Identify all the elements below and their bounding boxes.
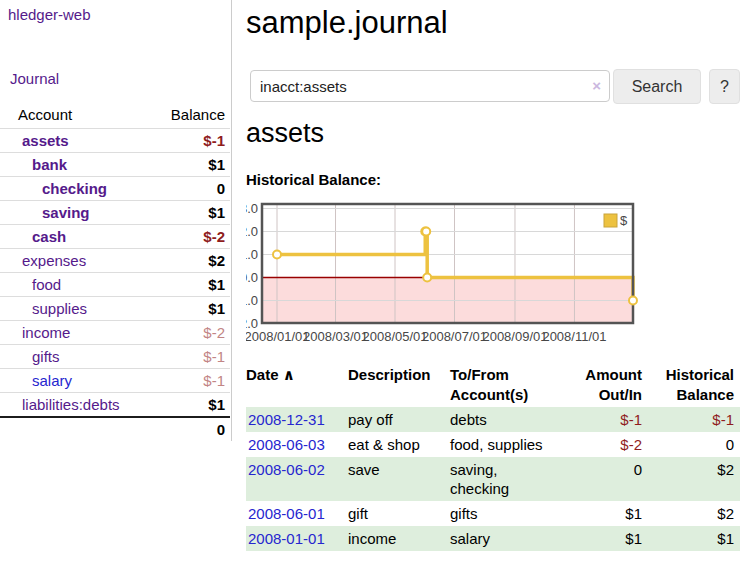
- help-button[interactable]: ?: [709, 69, 740, 104]
- transaction-date-cell: 2008-06-01: [246, 501, 346, 526]
- svg-text:2.0: 2.0: [246, 224, 258, 239]
- account-balance: $2: [208, 249, 230, 272]
- account-row: bank $1: [0, 152, 230, 176]
- app-brand-link[interactable]: hledger-web: [8, 6, 91, 23]
- transaction-amount-cell: $1: [560, 526, 642, 551]
- transaction-description-cell: pay off: [346, 407, 448, 432]
- account-row: cash $-2: [0, 224, 230, 248]
- account-link[interactable]: expenses: [0, 249, 86, 272]
- historical-balance-chart: $3.02.01.00.0-1.0-2.02008/01/012008/03/0…: [246, 200, 742, 350]
- register-header-row: Date ∧ Description To/From Account(s) Am…: [246, 362, 740, 407]
- transaction-date-link[interactable]: 2008-06-02: [248, 461, 325, 478]
- transaction-balance-cell: $2: [642, 457, 740, 501]
- svg-text:2008/05/01: 2008/05/01: [362, 329, 427, 344]
- account-heading: assets: [246, 118, 324, 149]
- svg-text:2008/09/01: 2008/09/01: [482, 329, 547, 344]
- balance-column-header-register: Historical Balance: [642, 362, 740, 407]
- date-header-label: Date: [246, 366, 279, 383]
- account-balance: $1: [208, 153, 230, 176]
- accounts-table: Account Balance assets $-1 bank $1 check…: [0, 100, 230, 440]
- account-row: income $-2: [0, 320, 230, 344]
- account-link[interactable]: income: [0, 321, 70, 344]
- register-body: 2008-12-31 pay off debts $-1 $-1 2008-06…: [246, 407, 740, 551]
- svg-text:3.0: 3.0: [246, 201, 258, 216]
- register-row: 2008-12-31 pay off debts $-1 $-1: [246, 407, 740, 432]
- sidebar-divider: [231, 0, 232, 441]
- account-balance: $-2: [203, 321, 230, 344]
- transaction-description-cell: eat & shop: [346, 432, 448, 457]
- register-row: 2008-06-01 gift gifts $1 $2: [246, 501, 740, 526]
- transaction-balance-cell: $-1: [642, 407, 740, 432]
- transaction-date-link[interactable]: 2008-01-01: [248, 530, 325, 547]
- account-link[interactable]: salary: [0, 369, 72, 392]
- register-row: 2008-06-02 save saving, checking 0 $2: [246, 457, 740, 501]
- transaction-date-cell: 2008-06-02: [246, 457, 346, 501]
- accounts-column-header: To/From Account(s): [448, 362, 560, 407]
- account-row: salary $-1: [0, 368, 230, 392]
- transaction-accounts-cell: saving, checking: [448, 457, 560, 501]
- transaction-accounts-cell: debts: [448, 407, 560, 432]
- account-row: checking 0: [0, 176, 230, 200]
- account-link[interactable]: checking: [0, 177, 107, 200]
- transaction-accounts-cell: gifts: [448, 501, 560, 526]
- transaction-balance-cell: 0: [642, 432, 740, 457]
- svg-text:-1.0: -1.0: [246, 293, 258, 308]
- svg-text:2008/03/01: 2008/03/01: [303, 329, 368, 344]
- account-row: expenses $2: [0, 248, 230, 272]
- account-link[interactable]: bank: [0, 153, 67, 176]
- transaction-accounts-cell: salary: [448, 526, 560, 551]
- search-form: ×: [250, 70, 610, 102]
- svg-text:2008/07/01: 2008/07/01: [422, 329, 487, 344]
- account-row: assets $-1: [0, 128, 230, 152]
- description-column-header: Description: [346, 362, 448, 407]
- account-link[interactable]: assets: [0, 129, 69, 152]
- transaction-date-link[interactable]: 2008-06-01: [248, 505, 325, 522]
- sort-ascending-icon: ∧: [283, 366, 295, 383]
- svg-text:2008/01/01: 2008/01/01: [246, 329, 310, 344]
- account-link[interactable]: food: [0, 273, 61, 296]
- account-row: food $1: [0, 272, 230, 296]
- svg-text:2008/11/01: 2008/11/01: [542, 329, 606, 344]
- transaction-date-link[interactable]: 2008-12-31: [248, 411, 325, 428]
- chart-heading: Historical Balance:: [246, 171, 381, 188]
- transaction-balance-cell: $1: [642, 526, 740, 551]
- sidebar-item-journal[interactable]: Journal: [10, 70, 59, 87]
- register-table: Date ∧ Description To/From Account(s) Am…: [246, 362, 740, 551]
- page-title: sample.journal: [246, 4, 448, 42]
- transaction-date-link[interactable]: 2008-06-03: [248, 436, 325, 453]
- account-column-header: Account: [0, 100, 72, 128]
- account-row: supplies $1: [0, 296, 230, 320]
- sidebar: hledger-web Journal Account Balance asse…: [0, 0, 232, 582]
- accounts-rows: assets $-1 bank $1 checking 0 saving $1 …: [0, 128, 230, 416]
- account-link[interactable]: saving: [0, 201, 90, 224]
- svg-text:1.0: 1.0: [246, 247, 258, 262]
- search-input[interactable]: [250, 70, 610, 102]
- account-balance: $-2: [203, 225, 230, 248]
- accounts-total-value: 0: [217, 418, 230, 440]
- account-balance: $1: [208, 201, 230, 224]
- account-link[interactable]: gifts: [0, 345, 60, 368]
- transaction-amount-cell: 0: [560, 457, 642, 501]
- account-balance: $1: [208, 273, 230, 296]
- clear-search-icon[interactable]: ×: [592, 77, 601, 95]
- transaction-amount-cell: $1: [560, 501, 642, 526]
- register-row: 2008-01-01 income salary $1 $1: [246, 526, 740, 551]
- search-button[interactable]: Search: [613, 69, 701, 104]
- account-link[interactable]: cash: [0, 225, 66, 248]
- account-link[interactable]: liabilities:debts: [0, 393, 120, 416]
- date-column-header[interactable]: Date ∧: [246, 362, 346, 407]
- transaction-date-cell: 2008-12-31: [246, 407, 346, 432]
- amount-column-header: Amount Out/In: [560, 362, 642, 407]
- accounts-table-header: Account Balance: [0, 100, 230, 128]
- account-link[interactable]: supplies: [0, 297, 87, 320]
- transaction-description-cell: save: [346, 457, 448, 501]
- account-row: liabilities:debts $1: [0, 392, 230, 416]
- accounts-total-row: 0: [0, 416, 230, 440]
- account-balance: $1: [208, 297, 230, 320]
- transaction-date-cell: 2008-01-01: [246, 526, 346, 551]
- balance-column-header: Balance: [171, 100, 230, 128]
- transaction-accounts-cell: food, supplies: [448, 432, 560, 457]
- account-row: gifts $-1: [0, 344, 230, 368]
- transaction-date-cell: 2008-06-03: [246, 432, 346, 457]
- transaction-description-cell: gift: [346, 501, 448, 526]
